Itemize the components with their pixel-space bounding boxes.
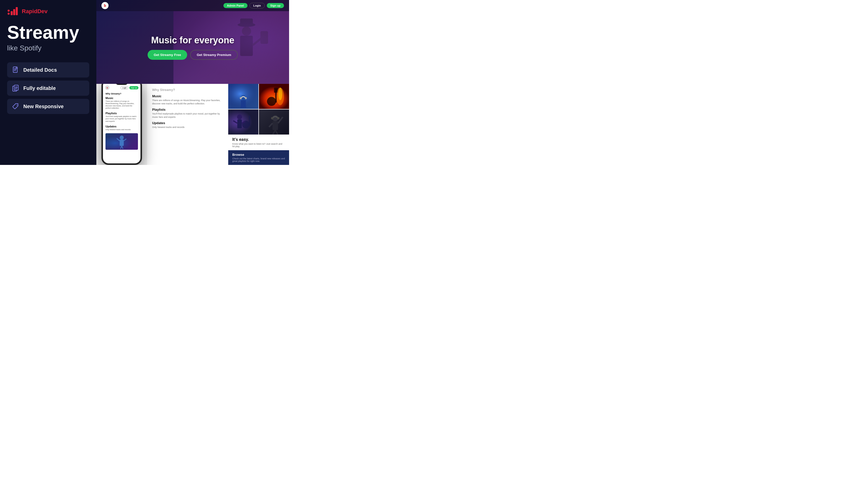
svg-point-33 — [278, 88, 282, 100]
phone-updates-text: Only Newest tracks and records — [105, 129, 138, 131]
desktop-hero: Music for everyone Get Streamy Free Get … — [96, 11, 289, 84]
phone-beats-logo: b — [105, 85, 110, 90]
desktop-main-heading: Music for everyone — [148, 35, 238, 45]
svg-line-19 — [117, 138, 120, 141]
phone-screen: b Login Sign up Why Streamy? Music There… — [103, 84, 141, 164]
bottom-row: b Login Sign up Why Streamy? Music There… — [96, 84, 289, 165]
phone-nav-btns: Login Sign up — [120, 86, 138, 89]
svg-rect-3 — [13, 9, 15, 15]
browse-section: Browse Check out the latest charts, bran… — [228, 150, 289, 165]
svg-point-0 — [7, 13, 10, 15]
logo-icon — [7, 7, 19, 15]
desktop-preview: b Admin Panel Login Sign up — [96, 0, 289, 84]
svg-point-1 — [7, 10, 10, 12]
phone-content: Why Streamy? Music There are millions of… — [103, 91, 141, 151]
phone-playlists-text: You'll find readymade playlists to match… — [105, 115, 138, 122]
svg-point-24 — [240, 97, 242, 99]
svg-rect-14 — [260, 31, 268, 44]
desktop-hero-text: Music for everyone Get Streamy Free Get … — [148, 35, 238, 60]
why-streamy-label: Why Streamy? — [152, 88, 223, 92]
feature-detailed-docs[interactable]: Detailed Docs — [7, 62, 89, 78]
browse-title: Browse — [232, 153, 285, 156]
hero-subtitle: like Spotify — [7, 44, 89, 52]
svg-line-13 — [253, 35, 265, 45]
phone-music-text: There are millions of songs on MusicStre… — [105, 100, 138, 109]
detail-updates-title: Updates — [152, 121, 223, 125]
svg-point-9 — [238, 23, 255, 27]
detail-playlists-section: Playlists You'll find readymade playlist… — [152, 108, 223, 119]
svg-rect-10 — [240, 18, 253, 26]
svg-rect-28 — [259, 84, 289, 109]
beats-logo: b — [101, 2, 109, 9]
detail-playlists-title: Playlists — [152, 108, 223, 112]
svg-line-20 — [124, 139, 126, 141]
detail-music-title: Music — [152, 94, 223, 98]
hero-title: Streamy — [7, 23, 89, 41]
svg-rect-36 — [238, 120, 242, 129]
phone-updates-section: Updates Only Newest tracks and records — [105, 125, 138, 131]
logo: RapidDev — [7, 7, 89, 15]
logo-text-rapid: Rapid — [22, 8, 37, 14]
feature-label-detailed-docs: Detailed Docs — [23, 67, 57, 73]
logo-text-dev: Dev — [37, 8, 47, 14]
svg-point-25 — [245, 97, 247, 99]
svg-rect-38 — [249, 116, 250, 126]
detail-right: It's easy. Know what you want to listen … — [228, 84, 289, 165]
easy-title: It's easy. — [232, 137, 285, 142]
detail-music-section: Music There are millions of songs on Mus… — [152, 94, 223, 105]
svg-point-35 — [237, 115, 242, 120]
svg-point-45 — [277, 117, 279, 120]
feature-fully-editable[interactable]: Fully editable — [7, 81, 89, 96]
svg-point-29 — [267, 97, 276, 106]
phone-why-streamy: Why Streamy? — [105, 92, 138, 95]
right-panel: b Admin Panel Login Sign up — [96, 0, 289, 165]
left-panel: RapidDev Streamy like Spotify Detailed D… — [0, 0, 96, 165]
desktop-navbar: b Admin Panel Login Sign up — [96, 0, 289, 11]
desktop-cta-buttons: Get Streamy Free Get Streamy Premium — [148, 50, 238, 60]
phone-image — [105, 133, 138, 150]
image-cell-2 — [259, 84, 289, 109]
detail-updates-text: Only Newest tracks and records — [152, 126, 223, 129]
feature-new-responsive[interactable]: New Responsive — [7, 99, 89, 114]
detail-music-text: There are millions of songs on MusicStre… — [152, 99, 223, 105]
logo-text: RapidDev — [22, 8, 47, 15]
svg-rect-16 — [120, 140, 124, 146]
phone-nav: b Login Sign up — [103, 84, 141, 91]
phone-playlists-section: Playlists You'll find readymade playlist… — [105, 112, 138, 122]
get-streamy-free-button[interactable]: Get Streamy Free — [148, 50, 187, 60]
phone-frame: b Login Sign up Why Streamy? Music There… — [101, 84, 142, 165]
copy-icon — [12, 84, 20, 92]
phone-login-button[interactable]: Login — [120, 86, 128, 89]
phone-playlists-title: Playlists — [105, 112, 138, 115]
detail-updates-section: Updates Only Newest tracks and records — [152, 121, 223, 129]
image-grid — [228, 84, 289, 135]
login-button[interactable]: Login — [249, 3, 265, 8]
phone-signup-button[interactable]: Sign up — [129, 86, 138, 89]
easy-section: It's easy. Know what you want to listen … — [228, 135, 289, 150]
feature-label-new-responsive: New Responsive — [23, 104, 64, 109]
svg-rect-4 — [16, 7, 18, 15]
easy-text: Know what you want to listen to? Just se… — [232, 143, 285, 148]
svg-point-8 — [17, 105, 17, 106]
svg-point-11 — [242, 27, 251, 36]
svg-point-15 — [120, 136, 124, 140]
svg-point-44 — [271, 117, 274, 120]
svg-rect-12 — [240, 36, 253, 56]
phone-music-section: Music There are millions of songs on Mus… — [105, 97, 138, 109]
svg-rect-2 — [11, 11, 13, 15]
document-icon — [12, 66, 20, 74]
admin-panel-button[interactable]: Admin Panel — [224, 3, 247, 8]
nav-buttons: Admin Panel Login Sign up — [224, 3, 284, 8]
image-cell-1 — [228, 84, 258, 109]
image-cell-3 — [228, 109, 258, 135]
feature-list: Detailed Docs Fully editable New Resp — [7, 62, 89, 114]
svg-rect-43 — [273, 121, 278, 130]
tag-icon — [12, 102, 20, 110]
phone-updates-title: Updates — [105, 125, 138, 128]
desktop-detail: Why Streamy? Music There are millions of… — [147, 84, 289, 165]
detail-left: Why Streamy? Music There are millions of… — [147, 84, 228, 165]
phone-wrapper: b Login Sign up Why Streamy? Music There… — [96, 84, 147, 165]
phone-music-title: Music — [105, 97, 138, 100]
signup-button[interactable]: Sign up — [267, 3, 284, 8]
get-streamy-premium-button[interactable]: Get Streamy Premium — [190, 50, 238, 60]
